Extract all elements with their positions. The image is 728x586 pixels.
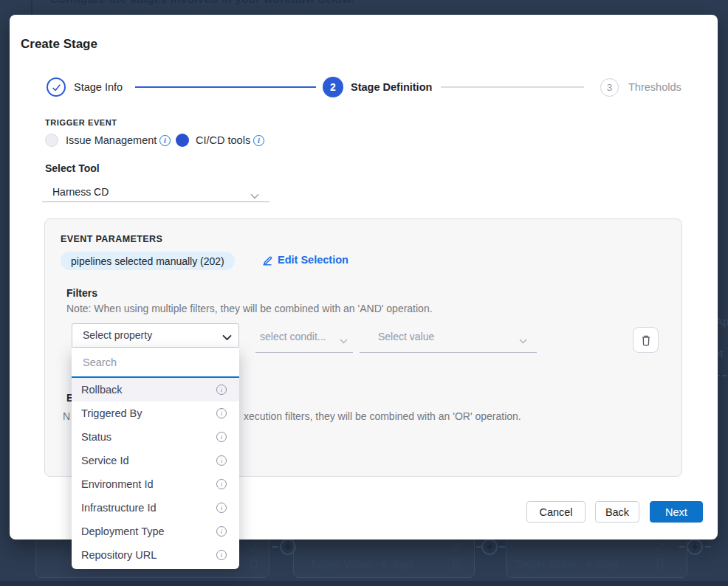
chevron-down-icon[interactable] <box>250 189 259 202</box>
trash-icon <box>249 557 259 572</box>
edit-icon <box>262 255 273 266</box>
next-button[interactable]: Next <box>650 501 703 523</box>
chevron-down-icon[interactable] <box>519 334 527 347</box>
edit-selection-link[interactable]: Edit Selection <box>262 254 348 266</box>
option-label: Rollback <box>81 384 123 396</box>
dropdown-search[interactable] <box>72 348 239 378</box>
background-divider <box>31 0 32 15</box>
add-stage-icon <box>280 539 296 555</box>
tool-select-underline <box>42 201 269 202</box>
threshold-card-2-label: Target Value - 4 days <box>515 557 619 570</box>
info-icon[interactable] <box>216 503 227 513</box>
chevron-down-icon[interactable] <box>222 331 232 344</box>
stepper-connector <box>441 86 584 88</box>
property-select-placeholder: Select property <box>83 329 152 341</box>
search-input[interactable] <box>83 356 228 368</box>
threshold-card-1-label: Target Value - 4 days <box>310 557 414 570</box>
connector-dash <box>705 546 711 548</box>
dropdown-option-deployment-type[interactable]: Deployment Type <box>72 520 239 543</box>
chevron-down-icon[interactable] <box>340 334 348 347</box>
step-label-stage-definition[interactable]: Stage Definition <box>351 81 432 93</box>
edit-selection-label: Edit Selection <box>278 254 348 266</box>
value-select-underline <box>360 352 537 353</box>
dropdown-option-status[interactable]: Status <box>72 425 239 449</box>
option-label: Infrastructure Id <box>81 502 157 514</box>
step-label-stage-info[interactable]: Stage Info <box>74 81 123 93</box>
connector-dash <box>476 546 481 548</box>
condition-select-underline <box>255 352 353 353</box>
connector-dash <box>499 546 505 548</box>
filters-note: Note: When using multiple filters, they … <box>66 303 433 314</box>
step-upcoming-circle[interactable]: 3 <box>600 78 619 97</box>
step-label-thresholds[interactable]: Thresholds <box>628 81 681 93</box>
edit-icon <box>654 541 665 555</box>
execution-note-fragment-start: N <box>63 410 70 422</box>
back-button[interactable]: Back <box>595 501 639 523</box>
option-label: Triggered By <box>81 407 142 419</box>
filters-heading: Filters <box>66 287 97 299</box>
info-icon[interactable] <box>159 135 171 146</box>
dropdown-option-environment-id[interactable]: Environment Id <box>72 472 239 496</box>
modal-title: Create Stage <box>21 37 97 52</box>
tool-select-value[interactable]: Harness CD <box>52 186 109 198</box>
dropdown-option-service-id[interactable]: Service Id <box>72 449 239 472</box>
trash-icon <box>641 334 651 346</box>
value-select-placeholder[interactable]: Select value <box>378 331 434 342</box>
dropdown-option-triggered-by[interactable]: Triggered By <box>72 401 239 425</box>
execution-note-fragment-end: xecution filters, they will be combined … <box>244 410 521 422</box>
background-bottom-strip <box>0 581 728 586</box>
info-icon[interactable] <box>216 432 227 442</box>
add-stage-icon <box>687 539 703 555</box>
property-dropdown-menu: Rollback Triggered By Status Service Id … <box>72 348 239 569</box>
connector-dash <box>272 546 278 548</box>
event-parameters-heading: EVENT PARAMETERS <box>61 234 162 244</box>
select-tool-label: Select Tool <box>45 162 100 174</box>
stepper-connector <box>135 86 316 88</box>
radio-label-cicd-tools[interactable]: CI/CD tools <box>196 134 250 146</box>
info-icon[interactable] <box>216 550 227 560</box>
info-icon[interactable] <box>216 408 227 418</box>
step-complete-circle[interactable] <box>47 77 66 97</box>
option-label: Repository URL <box>81 549 157 561</box>
screen: Configure the stages involved in your wo… <box>0 0 728 586</box>
trash-icon <box>655 557 665 572</box>
background-edge-dashed-line <box>716 375 727 376</box>
dropdown-option-rollback[interactable]: Rollback <box>72 378 239 401</box>
add-stage-icon <box>481 539 498 555</box>
radio-cicd-tools[interactable] <box>176 134 189 147</box>
radio-label-issue-management[interactable]: Issue Management <box>66 134 157 146</box>
info-icon[interactable] <box>216 479 227 489</box>
option-label: Service Id <box>81 455 128 466</box>
radio-issue-management[interactable] <box>45 134 58 147</box>
info-icon[interactable] <box>253 135 264 146</box>
connector-dash <box>679 546 685 548</box>
background-page-heading: Configure the stages involved in your wo… <box>50 0 354 6</box>
selection-badge: pipelines selected manually (202) <box>61 252 235 270</box>
delete-filter-button[interactable] <box>633 327 659 353</box>
condition-select-placeholder[interactable]: select condit... <box>260 331 326 342</box>
cancel-button[interactable]: Cancel <box>526 501 586 523</box>
option-label: Deployment Type <box>81 525 165 537</box>
dropdown-option-infrastructure-id[interactable]: Infrastructure Id <box>72 496 239 520</box>
step-active-circle[interactable]: 2 <box>323 77 343 97</box>
dropdown-option-repository-url[interactable]: Repository URL <box>72 543 239 567</box>
edit-icon <box>450 541 461 555</box>
trigger-event-label: TRIGGER EVENT <box>45 118 117 127</box>
check-icon <box>52 83 61 92</box>
option-label: Environment Id <box>81 478 154 490</box>
info-icon[interactable] <box>216 455 227 466</box>
info-icon[interactable] <box>216 385 227 395</box>
edit-icon <box>248 541 259 555</box>
trash-icon <box>451 557 461 572</box>
info-icon[interactable] <box>216 526 227 537</box>
option-label: Status <box>81 431 111 443</box>
